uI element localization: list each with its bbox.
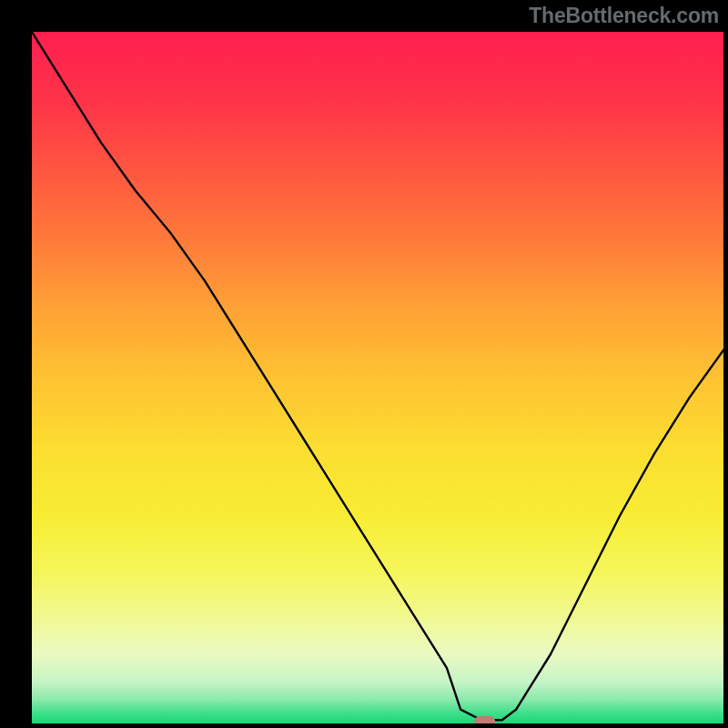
gradient-background (32, 32, 723, 723)
watermark-text: TheBottleneck.com (529, 4, 719, 28)
plot-area (32, 32, 723, 723)
bottleneck-chart (32, 32, 723, 723)
chart-frame: TheBottleneck.com (0, 0, 728, 728)
optimal-marker (474, 716, 495, 723)
